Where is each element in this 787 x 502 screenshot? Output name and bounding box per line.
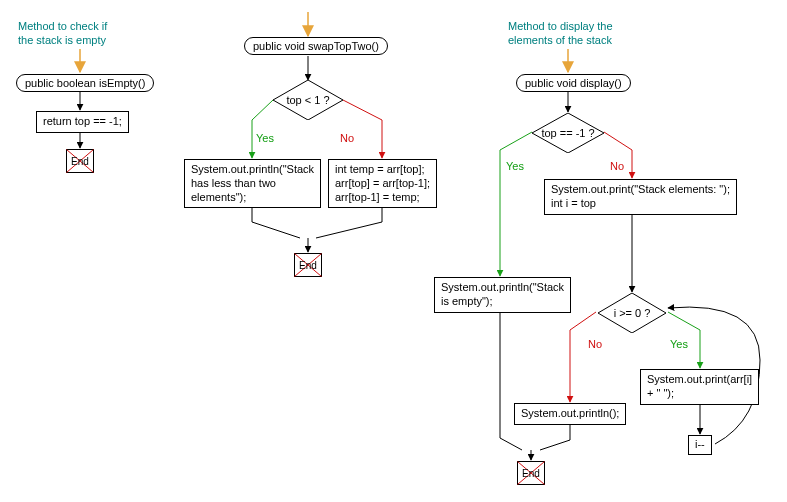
process-display-decrement: i--	[688, 435, 712, 455]
terminal-display-signature: public void display()	[516, 74, 631, 92]
end-label: End	[294, 253, 322, 277]
terminal-isempty-signature: public boolean isEmpty()	[16, 74, 154, 92]
label-no: No	[340, 132, 354, 144]
comment-isempty: Method to check if the stack is empty	[18, 20, 107, 48]
process-swap-yes: System.out.println("Stack has less than …	[184, 159, 321, 208]
end-label: End	[66, 149, 94, 173]
decision-label: i >= 0 ?	[598, 293, 666, 333]
end-label: End	[517, 461, 545, 485]
decision-swap-cond: top < 1 ?	[273, 80, 343, 120]
decision-display-cond2: i >= 0 ?	[598, 293, 666, 333]
process-isempty-body: return top == -1;	[36, 111, 129, 133]
process-display-yes: System.out.println("Stack is empty");	[434, 277, 571, 313]
label-yes: Yes	[670, 338, 688, 350]
end-isempty: End	[66, 149, 94, 173]
process-display-no1: System.out.print("Stack elements: "); in…	[544, 179, 737, 215]
decision-label: top == -1 ?	[532, 113, 604, 153]
label-yes: Yes	[506, 160, 524, 172]
process-swap-no: int temp = arr[top]; arr[top] = arr[top-…	[328, 159, 437, 208]
process-display-loopbody: System.out.print(arr[i] + " ");	[640, 369, 759, 405]
decision-label: top < 1 ?	[273, 80, 343, 120]
end-display: End	[517, 461, 545, 485]
label-no: No	[588, 338, 602, 350]
label-no: No	[610, 160, 624, 172]
process-display-afterloop: System.out.println();	[514, 403, 626, 425]
terminal-swaptoptwo-signature: public void swapTopTwo()	[244, 37, 388, 55]
label-yes: Yes	[256, 132, 274, 144]
decision-display-cond1: top == -1 ?	[532, 113, 604, 153]
end-swap: End	[294, 253, 322, 277]
comment-display: Method to display the elements of the st…	[508, 20, 613, 48]
